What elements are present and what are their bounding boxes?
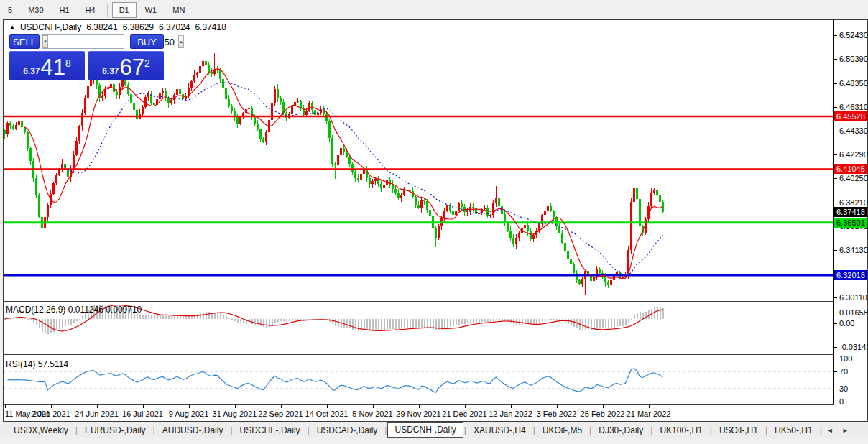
- price-tick-label: 6.30110: [839, 293, 867, 302]
- chart-window: ▲ USDCNH-,Daily 6.38241 6.38629 6.37024 …: [4, 20, 867, 421]
- rsi-tick-label: 70: [839, 367, 848, 376]
- macd-tick: [834, 313, 837, 313]
- chart-tab-hk50-h1[interactable]: HK50-,H1: [768, 423, 819, 438]
- macd-label: MACD(12,26,9) 0.011246 0.009710: [6, 305, 142, 315]
- close-value: 6.37418: [195, 22, 226, 32]
- price-tick-label: 6.44330: [839, 126, 868, 135]
- date-tick: [143, 405, 144, 408]
- rsi-tick: [834, 359, 837, 359]
- metatrader-app: 5M30H1H4D1W1MN ▲ USDCNH-,Daily 6.38241 6…: [0, 0, 868, 444]
- date-label: 21 Mar 2022: [627, 410, 671, 418]
- date-tick: [557, 405, 558, 408]
- level-price-label: 6.45528: [834, 111, 867, 121]
- date-tick: [51, 405, 52, 408]
- rsi-indicator-canvas[interactable]: [4, 357, 834, 404]
- date-tick: [603, 405, 604, 408]
- volume-decrease-button[interactable]: ▼: [42, 35, 48, 48]
- sell-button[interactable]: SELL: [9, 34, 40, 49]
- chart-tab-uk100-h1[interactable]: UK100-,H1: [653, 423, 708, 438]
- macd-tick-label: 0.00: [839, 319, 854, 328]
- date-tick: [189, 405, 190, 408]
- rsi-tick-label: 30: [839, 384, 848, 393]
- low-value: 6.37024: [159, 22, 190, 32]
- panel-divider[interactable]: [4, 354, 867, 356]
- price-tick: [834, 178, 837, 179]
- price-tick: [834, 203, 837, 203]
- date-tick: [511, 405, 512, 408]
- date-label: 5 Nov 2021: [352, 410, 392, 418]
- price-tick-label: 6.42290: [839, 150, 868, 159]
- buy-price-prefix: 6.37: [102, 66, 119, 76]
- chart-tab-dj30-daily[interactable]: DJ30-,Daily: [592, 423, 650, 438]
- date-axis[interactable]: 11 May 20212 Jun 202124 Jun 202116 Jul 2…: [4, 405, 867, 420]
- sell-price-big: 41: [41, 56, 65, 78]
- buy-button[interactable]: BUY: [130, 34, 164, 49]
- chart-tab-audusd-daily[interactable]: AUDUSD-,Daily: [156, 423, 230, 438]
- date-label: 2 Jun 2021: [31, 410, 70, 418]
- current-price-label: 6.37418: [834, 207, 867, 217]
- level-price-label: 6.32018: [834, 270, 867, 280]
- timeframe-button-w1[interactable]: W1: [138, 2, 165, 18]
- date-tick: [649, 405, 650, 408]
- date-label: 3 Feb 2022: [537, 410, 577, 418]
- timeframe-button-mn[interactable]: MN: [165, 2, 192, 18]
- buy-price-pip: 2: [144, 57, 150, 69]
- date-label: 21 Dec 2021: [442, 410, 486, 418]
- rsi-tick-label: 100: [839, 354, 852, 363]
- chart-tab-usdchf-daily[interactable]: USDCHF-,Daily: [234, 423, 307, 438]
- one-click-trading-panel: SELL ▼ ▲ BUY 6.37 41 8 6.37 67 2: [9, 34, 164, 80]
- scroll-tabs-left-button[interactable]: ◄: [823, 427, 838, 434]
- timeframe-button-m30[interactable]: M30: [21, 2, 50, 18]
- macd-tick: [834, 323, 837, 324]
- date-tick: [327, 405, 328, 408]
- date-label: 14 Oct 2021: [305, 410, 348, 418]
- price-axis[interactable]: 6.524306.503906.483506.463106.443306.422…: [834, 20, 867, 420]
- price-tick: [834, 35, 837, 36]
- buy-price-button[interactable]: 6.37 67 2: [88, 51, 164, 80]
- price-tick: [834, 107, 837, 108]
- macd-tick-label: 0.016586: [839, 308, 868, 317]
- price-tick: [834, 59, 837, 60]
- chart-tab-usdcnh-daily[interactable]: USDCNH-,Daily: [387, 422, 463, 438]
- date-label: 25 Feb 2022: [581, 410, 625, 418]
- date-tick: [281, 405, 282, 408]
- chart-tab-eurusd-daily[interactable]: EURUSD-,Daily: [78, 423, 152, 438]
- rsi-tick: [834, 371, 837, 372]
- level-price-label: 6.36501: [834, 218, 867, 228]
- open-value: 6.38241: [86, 22, 117, 32]
- timeframe-button-h1[interactable]: H1: [52, 2, 77, 18]
- sell-price-button[interactable]: 6.37 41 8: [9, 51, 85, 80]
- buy-price-big: 67: [120, 56, 144, 78]
- collapse-quotes-icon[interactable]: ▲: [9, 24, 15, 30]
- date-label: 12 Jan 2022: [489, 410, 532, 418]
- timeframe-button-d1[interactable]: D1: [112, 2, 137, 18]
- ma-fast-line: [25, 69, 663, 279]
- price-tick: [834, 83, 837, 84]
- price-tick-label: 6.40250: [839, 174, 868, 182]
- chart-tab-usdx-weekly[interactable]: USDX,Weekly: [7, 423, 75, 438]
- timeframe-button-5[interactable]: 5: [1, 2, 19, 18]
- macd-tick-label: -0.031421: [839, 343, 868, 351]
- candles-group: [4, 53, 664, 295]
- chart-tab-ukoil-m5[interactable]: UKOil-,M5: [536, 423, 588, 438]
- date-label: 22 Sep 2021: [258, 410, 303, 418]
- date-label: 9 Aug 2021: [169, 410, 209, 418]
- price-tick-label: 6.48350: [839, 79, 868, 88]
- scroll-tabs-right-button[interactable]: ►: [838, 427, 853, 434]
- chart-ohlc-header: ▲ USDCNH-,Daily 6.38241 6.38629 6.37024 …: [9, 22, 226, 32]
- volume-stepper: ▼ ▲: [42, 34, 124, 49]
- date-tick: [465, 405, 466, 408]
- volume-increase-button[interactable]: ▲: [178, 35, 184, 48]
- timeframe-button-h4[interactable]: H4: [78, 2, 103, 18]
- price-tick-label: 6.46310: [839, 103, 868, 111]
- date-tick: [373, 405, 374, 408]
- date-tick: [97, 405, 98, 408]
- chart-tab-usdcad-daily[interactable]: USDCAD-,Daily: [310, 423, 384, 438]
- chart-tab-xauusd-h4[interactable]: XAUUSD-,H4: [467, 423, 532, 438]
- rsi-tick: [834, 402, 837, 402]
- timeframe-toolbar: 5M30H1H4D1W1MN: [0, 0, 868, 19]
- price-tick-label: 6.50390: [839, 55, 868, 63]
- chart-tab-usoil-h1[interactable]: USOil-,H1: [713, 423, 765, 438]
- panel-divider[interactable]: [4, 300, 867, 302]
- macd-tick: [834, 347, 837, 348]
